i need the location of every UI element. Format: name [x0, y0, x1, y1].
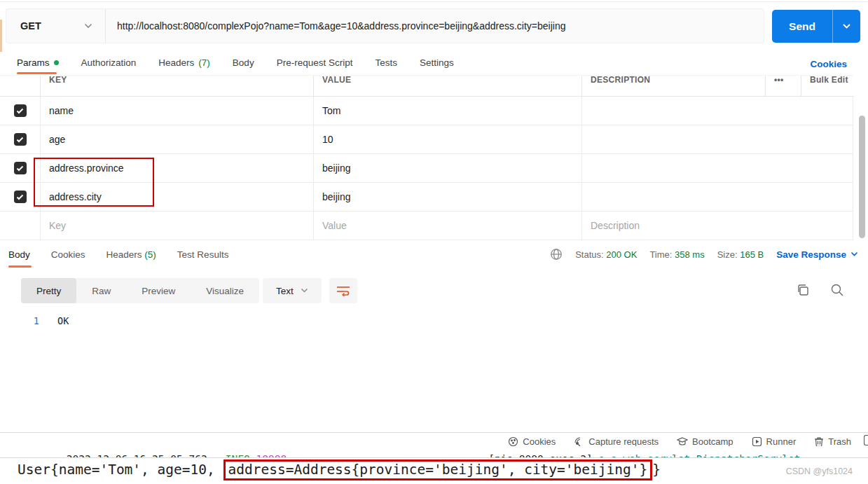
response-meta: Status: 200 OK Time: 358 ms Size: 165 B …	[550, 248, 858, 261]
time-badge: Time: 358 ms	[649, 249, 704, 260]
key-input-placeholder[interactable]: Key	[40, 212, 313, 240]
tab-headers[interactable]: Headers (7)	[158, 57, 210, 68]
value-cell[interactable]: Tom	[313, 97, 581, 125]
log-line-1: 2022-12-06 16:25:05.762 INFO 18988 [nio-…	[0, 446, 868, 457]
vertical-scrollbar[interactable]	[859, 116, 865, 238]
row-checkbox[interactable]	[14, 104, 27, 117]
row-checkbox[interactable]	[14, 133, 27, 146]
key-cell[interactable]: address.city	[40, 183, 313, 211]
cookie-icon	[508, 436, 518, 447]
more-options-button[interactable]: •••	[765, 76, 801, 96]
response-active-tab-underline	[8, 265, 32, 268]
log-line-2: User{name='Tom', age=10, address=Address…	[0, 462, 868, 478]
top-divider	[0, 1, 868, 2]
response-tab-cookies[interactable]: Cookies	[51, 249, 85, 260]
headers-count: (7)	[198, 57, 210, 68]
params-active-dot	[54, 60, 59, 65]
key-cell[interactable]: name	[40, 97, 313, 125]
chevron-down-icon	[84, 23, 92, 29]
tab-tests[interactable]: Tests	[375, 57, 397, 68]
send-button[interactable]: Send	[772, 10, 833, 43]
column-value: VALUE	[322, 76, 351, 85]
line-number: 1	[0, 315, 39, 326]
search-icon	[830, 283, 844, 297]
response-tab-body[interactable]: Body	[8, 249, 30, 260]
url-editor: GET http://localhost:8080/complexPojo?na…	[6, 8, 764, 43]
capture-requests-icon	[574, 436, 584, 447]
value-input-placeholder[interactable]: Value	[313, 212, 581, 240]
save-response-button[interactable]: Save Response	[776, 249, 858, 260]
send-options-button[interactable]	[833, 10, 860, 43]
sidebar-edge	[0, 20, 2, 52]
description-input-placeholder[interactable]: Description	[581, 212, 853, 240]
trash-icon	[814, 436, 824, 447]
send-button-group: Send	[772, 10, 860, 43]
footer-cookies[interactable]: Cookies	[508, 436, 556, 447]
value-cell[interactable]: 10	[313, 125, 581, 153]
description-cell[interactable]	[581, 154, 853, 182]
value-cell[interactable]: beijing	[313, 154, 581, 182]
method-select[interactable]: GET	[6, 9, 106, 43]
watermark: CSDN @yfs1024	[786, 466, 853, 476]
cookies-link[interactable]: Cookies	[810, 59, 847, 69]
wrap-text-button[interactable]	[329, 278, 357, 303]
key-cell[interactable]: address.province	[40, 154, 313, 182]
runner-icon	[752, 436, 762, 447]
log-level: INFO	[207, 453, 250, 457]
footer-trash[interactable]: Trash	[814, 436, 851, 447]
view-mode-switcher: Pretty Raw Preview Visualize	[21, 278, 259, 303]
key-cell[interactable]: age	[40, 125, 313, 153]
log-pid: 18988	[250, 453, 287, 457]
column-key: KEY	[49, 76, 67, 85]
console-log-overlay: 2022-12-06 16:25:05.762 INFO 18988 [nio-…	[0, 446, 868, 484]
bulk-edit-button[interactable]: Bulk Edit	[801, 76, 853, 96]
copy-button[interactable]	[796, 283, 810, 297]
annotation-box-log: address=Address{province='beijing', city…	[223, 459, 653, 480]
response-body-text: OK	[39, 315, 69, 326]
tab-body[interactable]: Body	[233, 57, 254, 68]
log-divider	[0, 457, 868, 458]
response-tab-test-results[interactable]: Test Results	[177, 249, 229, 260]
tab-settings[interactable]: Settings	[420, 57, 454, 68]
request-tabs: Params Authorization Headers (7) Body Pr…	[17, 57, 454, 68]
postman-window: GET http://localhost:8080/complexPojo?na…	[0, 0, 868, 484]
tab-prerequest-script[interactable]: Pre-request Script	[277, 57, 353, 68]
column-description: DESCRIPTION	[591, 76, 650, 85]
globe-icon[interactable]	[550, 248, 563, 261]
log-timestamp: 2022-12-06 16:25:05.762	[67, 453, 207, 457]
footer-capture-requests[interactable]: Capture requests	[574, 436, 659, 447]
panel-toggle-icon[interactable]	[864, 435, 868, 445]
log-thread: [nio-8080-exec-2]	[287, 453, 598, 457]
description-cell[interactable]	[581, 97, 853, 125]
mode-pretty[interactable]: Pretty	[21, 278, 76, 303]
footer-bootcamp[interactable]: Bootcamp	[677, 436, 733, 447]
mode-raw[interactable]: Raw	[76, 278, 126, 303]
table-row: age 10	[0, 125, 853, 154]
table-row-new: Key Value Description	[0, 212, 853, 240]
tab-authorization[interactable]: Authorization	[81, 57, 137, 68]
more-options-icon: •••	[774, 76, 784, 85]
method-label: GET	[20, 20, 41, 32]
description-cell[interactable]	[581, 125, 853, 153]
row-checkbox[interactable]	[14, 191, 27, 203]
search-button[interactable]	[830, 283, 844, 297]
params-table-header: KEY VALUE DESCRIPTION ••• Bulk Edit	[0, 76, 853, 97]
value-cell[interactable]: beijing	[313, 183, 581, 211]
wrap-text-icon	[336, 285, 350, 296]
bootcamp-icon	[677, 436, 688, 446]
response-headers-count: (5)	[144, 249, 156, 260]
url-input[interactable]: http://localhost:8080/complexPojo?name=T…	[106, 9, 764, 43]
row-checkbox[interactable]	[14, 162, 27, 174]
response-tab-headers[interactable]: Headers (5)	[106, 249, 156, 260]
format-select[interactable]: Text	[263, 278, 322, 303]
response-body-line: 1 OK	[0, 315, 69, 326]
mode-preview[interactable]: Preview	[126, 278, 191, 303]
response-tabs: Body Cookies Headers (5) Test Results	[8, 249, 228, 260]
footer-runner[interactable]: Runner	[752, 436, 797, 447]
table-row: address.province beijing	[0, 154, 853, 183]
description-cell[interactable]	[581, 183, 853, 211]
mode-visualize[interactable]: Visualize	[191, 278, 259, 303]
tab-params[interactable]: Params	[17, 57, 59, 68]
size-badge: Size: 165 B	[717, 249, 764, 260]
log-class: o.s.web.servlet.DispatcherServlet	[598, 453, 800, 457]
